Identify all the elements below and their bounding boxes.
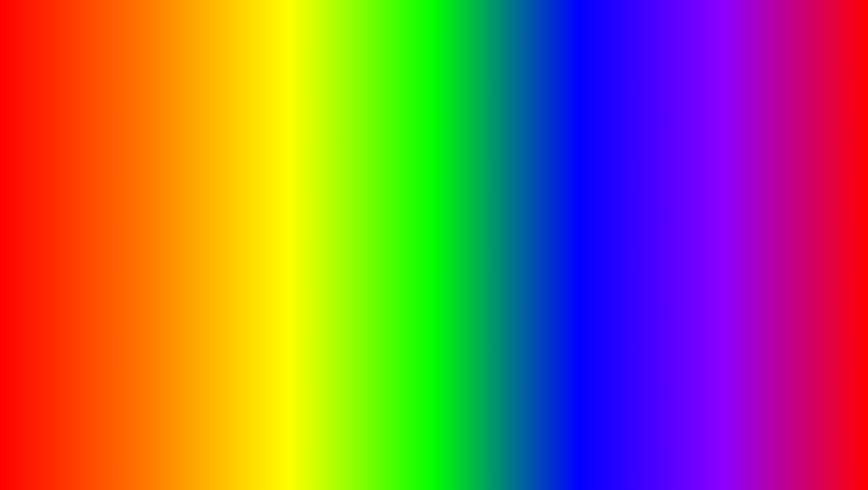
- toggle-killaura[interactable]: [823, 211, 837, 219]
- sidebar-right-item-raid[interactable]: Raid: [619, 218, 666, 232]
- feature-row-autobuychip[interactable]: Auto Buy Chip Selected: [667, 258, 842, 276]
- sidebar-right-label-autostats: Auto Stats: [635, 193, 659, 200]
- feature-label-selectmode: Select Mode Farm: [87, 220, 135, 227]
- sidebar-right-label-raid: Raid: [635, 222, 646, 228]
- window-left-title: Hung Hub | Blox Fruits: [40, 159, 103, 166]
- sidebar-item-sky[interactable]: Sky: [35, 290, 81, 310]
- window-left-close-btn[interactable]: ✕: [242, 157, 252, 167]
- window-left-body: Main Auto Stats Buy Items Raid Race V4: [35, 171, 258, 313]
- toggle-autofarmraid[interactable]: [823, 176, 837, 184]
- feature-label-autoselectraid: Auto Select Raid: [672, 246, 716, 253]
- section-header-autofarm: Auto Farm: [82, 171, 258, 182]
- sidebar-item-pvp[interactable]: PVP: [35, 247, 81, 261]
- bottom-text: AUTO FARM SCRIPT PASTEBIN: [0, 441, 868, 482]
- bf-logo-ox-text: OX: [805, 418, 830, 437]
- sidebar-item-buyitems[interactable]: Buy Items: [35, 204, 81, 218]
- sidebar-item-autostats[interactable]: Auto Stats: [35, 189, 81, 204]
- character: [403, 225, 465, 351]
- sidebar-right-label-misc: Misc: [635, 280, 646, 286]
- sidebar-icon-teleport: [39, 265, 46, 272]
- sidebar-item-misc[interactable]: Misc: [35, 276, 81, 290]
- sidebar-label-pvp: PVP: [50, 251, 61, 257]
- sidebar-right-icon-pvp: [624, 250, 631, 258]
- feature-label-autoawakener: Auto Awakener: [672, 194, 711, 201]
- window-left-icon-btn[interactable]: 🌿: [229, 157, 239, 167]
- script-text: SCRIPT: [438, 452, 523, 478]
- sidebar-label-main: Main: [50, 179, 62, 185]
- sidebar-right-item-misc[interactable]: Misc: [619, 276, 666, 290]
- feature-row-startautofarm[interactable]: Start Auto Farm ✓: [82, 232, 258, 251]
- window-right-titlebar: Hung Hub | Blox Fruits 🌿 ✕: [619, 154, 842, 171]
- sidebar-right-label-pvp: PVP: [635, 251, 645, 257]
- feature-label-buychip: Buy Chip Selected: [672, 280, 720, 287]
- toggle-autoselectraid[interactable]: [823, 245, 837, 253]
- feature-label-selectmonster: Select Monster: [87, 267, 126, 273]
- feature-row-selectchips[interactable]: Select Chips ∧: [667, 224, 842, 241]
- sidebar-icon-raid: [39, 222, 46, 229]
- window-right-controls: 🌿 ✕: [814, 157, 837, 167]
- section-header-miscfarm: Misc Farm: [82, 251, 258, 262]
- toggle-autoawakener[interactable]: [823, 193, 837, 201]
- sidebar-right-item-buyitems[interactable]: Buy Items: [619, 204, 666, 218]
- feature-row-selectweapon[interactable]: Select Weapon Death Step ∧: [82, 182, 258, 199]
- feature-label-autobuychip: Auto Buy Chip Selected: [672, 263, 734, 270]
- sidebar-item-racev4[interactable]: Race V4: [35, 232, 81, 247]
- feature-value-selectchips: ∧: [832, 228, 837, 236]
- main-container: BLOX FRUITS NO-KEY !! Hung Hub | Blox Fr…: [0, 0, 868, 490]
- sidebar-icon-misc: [39, 279, 46, 286]
- title-blox: BLOX: [225, 7, 396, 74]
- sidebar-item-main[interactable]: Main: [35, 175, 81, 189]
- sidebar-right-icon-misc: [624, 279, 631, 286]
- sidebar-label-buyitems: Buy Items: [50, 208, 74, 214]
- sidebar-right-item-racev4[interactable]: Race V4: [619, 232, 666, 247]
- window-left-titlebar: Hung Hub | Blox Fruits 🌿 ✕: [35, 154, 258, 171]
- feature-row-refreshweapon[interactable]: Refresh Weapon: [82, 199, 258, 215]
- chevron-selectchips: ∧: [832, 228, 837, 236]
- sidebar-icon-autostats: [39, 193, 46, 200]
- window-left-content: Auto Farm Select Weapon Death Step ∧ Ref…: [82, 171, 258, 313]
- chevron-selectmonster: ∧: [248, 266, 252, 273]
- char-leg-left: [418, 331, 433, 351]
- feature-row-autoawakener[interactable]: Auto Awakener: [667, 189, 842, 206]
- sidebar-label-raid: Raid: [50, 222, 61, 228]
- feature-label-killaura: Kill Aura: [672, 212, 694, 218]
- feature-label-autofarmraid: Auto Farm Raid: [672, 177, 713, 183]
- feature-row-autofarmraid[interactable]: Auto Farm Raid: [667, 171, 842, 189]
- sidebar-right-label-sky: Sky: [640, 297, 649, 303]
- feature-row-selectmonster[interactable]: Select Monster ... ∧: [82, 262, 258, 278]
- bf-logo-bl-text: BL: [782, 418, 805, 437]
- feature-label-startautofarm: Start Auto Farm: [87, 238, 128, 245]
- feature-value-selectmode: Level Farm ∧: [218, 219, 252, 227]
- sidebar-label-sky: Sky: [55, 297, 64, 303]
- sidebar-item-teleport[interactable]: Teleport: [35, 261, 81, 276]
- sidebar-icon-pvp: [39, 250, 46, 258]
- sidebar-right-item-sky[interactable]: Sky: [619, 290, 666, 310]
- sidebar-right-item-teleport[interactable]: Teleport: [619, 261, 666, 276]
- dot-refreshweapon: [248, 205, 252, 209]
- window-right-close-btn[interactable]: ✕: [827, 157, 837, 167]
- char-body: [418, 288, 450, 333]
- sidebar-label-autostats: Auto Stats: [50, 193, 75, 200]
- feature-row-autoselectraid[interactable]: Auto Select Raid: [667, 241, 842, 258]
- feature-value-selectweapon: Death Step ∧: [218, 187, 252, 194]
- feature-row-selectmode[interactable]: Select Mode Farm Level Farm ∧: [82, 215, 258, 232]
- sidebar-right-item-autostats[interactable]: Auto Stats: [619, 189, 666, 204]
- sidebar-right-item-pvp[interactable]: PVP: [619, 247, 666, 261]
- feature-row-killaura[interactable]: Kill Aura: [667, 206, 842, 224]
- feature-row-buychip[interactable]: Buy Chip Selected: [667, 276, 842, 292]
- window-right-title: Hung Hub | Blox Fruits: [625, 159, 688, 166]
- dot-buychip: [832, 281, 837, 286]
- toggle-autobuychip[interactable]: [823, 263, 837, 271]
- sidebar-item-raid[interactable]: Raid: [35, 218, 81, 232]
- window-right-icon-btn[interactable]: 🌿: [814, 157, 823, 167]
- sidebar-right-item-main[interactable]: Main: [619, 175, 666, 189]
- sidebar-icon-main: [39, 178, 46, 186]
- char-head: [422, 263, 447, 288]
- sidebar-right-icon-teleport: [624, 265, 631, 272]
- title-fruits: FRUITS: [418, 7, 643, 74]
- sidebar-right-label-main: Main: [635, 179, 646, 185]
- farm-text: FARM: [329, 441, 429, 481]
- sidebar-label-misc: Misc: [50, 280, 61, 286]
- bf-skull-icon: ☠: [800, 394, 813, 411]
- feature-label-refreshweapon: Refresh Weapon: [87, 203, 131, 210]
